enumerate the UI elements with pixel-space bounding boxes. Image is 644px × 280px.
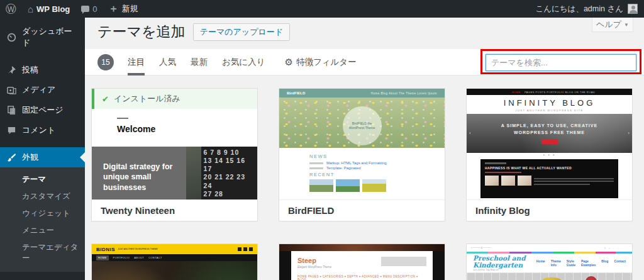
upload-theme-button[interactable]: テーマのアップロード [193,23,290,41]
wordpress-logo[interactable]: Ⓦ [0,0,22,18]
theme-card-birdfield[interactable]: BirdFIELD Home Blog About The Theme Lore… [279,88,445,221]
sidebar-item-label: 外観 [22,152,38,163]
appearance-submenu: テーマ カスタマイズ ウィジェット メニュー テーマエディター [0,167,85,272]
submenu-item-customize[interactable]: カスタマイズ [0,188,85,205]
header-photo [279,244,445,251]
grid-playground-image [467,272,632,280]
pages-icon [6,106,17,115]
office-photo [92,261,257,280]
cartoon-character [541,277,562,280]
theme-screenshot: Steep Elegant WordPress Theme HOME PAGES… [279,244,445,280]
checkmark-icon: ✔ [102,94,109,104]
theme-count-badge: 15 [97,54,114,70]
submenu-item-menus[interactable]: メニュー [0,222,85,239]
cartoon-character [586,276,597,280]
theme-screenshot: BirdFIELD Home Blog About The Theme Lore… [279,89,445,201]
meadow-image: BirdFIELD the WordPress Theme [279,98,445,148]
preview-post-link: Markup: HTML Tags and Formatting [326,161,387,165]
preview-nav: PAGES POSTS PORTFOLIO BLOG ON THE ROAD [525,91,595,94]
sidebar-item-label: 固定ページ [22,104,64,116]
theme-screenshot: ✔ インストール済み Welcome Digital strategy for … [92,89,257,201]
theme-name: Twenty Nineteen [92,199,257,221]
sidebar-item-label: コメント [22,125,55,136]
paintbrush-icon [6,153,17,162]
theme-card-preschool[interactable]: ▪ ───── ✆ ───── f ○ ◦ ◦ ◦ ◦ Preschool an… [466,244,633,280]
filter-link-popular[interactable]: 人気 [159,49,176,76]
thumbnail-image [309,179,333,192]
filter-link-featured[interactable]: 注目 [128,49,145,76]
help-dropdown[interactable]: ヘルプ ▼ [592,18,633,32]
submenu-item-theme-editor[interactable]: テーマエディター [0,239,85,267]
thumbnail-image [501,176,515,186]
comments-count: 0 [92,4,97,14]
installed-label: インストール済み [114,93,180,104]
new-content-link[interactable]: ＋ 新規 [103,0,144,18]
sidebar-item-pages[interactable]: 固定ページ [0,100,85,120]
sidebar-item-label: メディア [22,84,55,96]
preview-nav-item: CONTACT [148,256,162,259]
feature-filter-toggle[interactable]: ⚙ 特徴フィルター [284,57,356,68]
sidebar-item-appearance[interactable]: 外観 [0,147,85,167]
preview-nav-item: HOME [96,255,109,260]
city-hero-image: ‹ › A SIMPLE, EASY TO USE, CREATIVE WORD… [467,114,632,153]
theme-screenshot: ▪ ───── ✆ ───── f ○ ◦ ◦ ◦ ◦ Preschool an… [467,244,632,280]
preview-nav: HOME PAGES ▾ CATEGORIES ▾ DEPTH ▾ ADVANC… [297,275,426,280]
preview-circle-text: BirdFIELD the WordPress Theme [343,106,382,145]
user-avatar[interactable] [628,4,638,14]
gear-icon: ⚙ [284,57,292,68]
sidebar-item-comments[interactable]: コメント [0,120,85,140]
preview-contact-info: ▪ ───── ✆ ───── [471,247,491,249]
theme-filter-bar: 15 注目 人気 最新 お気に入り ⚙ 特徴フィルター [85,49,644,76]
preview-nav-item: PORTFOLIO [113,256,130,259]
preview-nav-item: Theme Info [551,259,561,267]
recent-heading: RECENT [309,172,445,177]
filter-link-latest[interactable]: 最新 [191,49,208,76]
theme-card-steep[interactable]: Steep Elegant WordPress Theme HOME PAGES… [279,244,445,280]
thumbnail-image [362,179,386,192]
sidebar-item-dashboard[interactable]: ダッシュボード [0,21,85,53]
theme-search-input[interactable] [486,54,636,71]
submenu-item-widgets[interactable]: ウィジェット [0,205,85,222]
preview-post-link: Template: Paginated [326,166,361,170]
plus-icon: ＋ [109,3,119,16]
home-icon: ⌂ [28,4,33,14]
preview-post-title: HAPPINESS IS WHAT WE ALL ACTUALLY WANTED [485,166,614,170]
preview-headline: Digital strategy for unique small busine… [92,147,186,201]
social-icon [249,247,253,251]
plant-image [186,147,201,201]
wordpress-logo-icon: Ⓦ [6,4,16,14]
preview-brand: BIDNIS [96,247,115,252]
theme-card-infinity-blog[interactable]: HOME PAGES POSTS PORTFOLIO BLOG ON THE R… [466,88,633,221]
hero-line-2: WORDPRESS FREE THEME [467,130,632,137]
filter-link-favorites[interactable]: お気に入り [222,49,265,76]
page-title: テーマを追加 [97,23,186,41]
theme-screenshot: BIDNIS JUST ANOTHER WORDPRESS THEME HOME… [92,244,257,280]
preview-search-box [381,257,426,266]
hero-button [541,139,558,144]
site-name-link[interactable]: ⌂ WP Blog [22,0,75,18]
sidebar-item-label: ダッシュボード [22,26,80,48]
preview-site-subtitle: JUST ANOTHER WORDPRESS SITE [467,109,632,112]
theme-card-bidnis[interactable]: BIDNIS JUST ANOTHER WORDPRESS THEME HOME… [91,244,258,280]
theme-name: BirdFIELD [279,199,445,221]
preview-nav-item: Page Examples [581,259,596,267]
social-icons: f ○ ◦ ◦ ◦ ◦ [604,247,628,250]
submenu-item-themes[interactable]: テーマ [0,171,85,188]
theme-name: Infinity Blog [467,199,632,221]
sidebar-item-media[interactable]: メディア [0,80,85,100]
thumbnail-image [518,176,531,186]
meta-placeholder [485,172,521,174]
theme-screenshot: HOME PAGES POSTS PORTFOLIO BLOG ON THE R… [467,89,632,201]
new-content-label: 新規 [122,3,138,14]
sidebar-item-posts[interactable]: 投稿 [0,60,85,80]
theme-grid: ✔ インストール済み Welcome Digital strategy for … [91,88,633,280]
theme-card-twenty-nineteen[interactable]: ✔ インストール済み Welcome Digital strategy for … [91,88,258,221]
meta-placeholder [309,162,323,164]
preview-nav-home: HOME [512,91,521,94]
site-name-label: WP Blog [36,4,70,14]
user-greeting[interactable]: こんにちは、admin さん [535,4,623,14]
comments-link[interactable]: 0 [75,0,103,18]
social-icon [238,247,242,251]
preview-nav-item: Contact [614,259,626,267]
preview-nav-item: ABOUT [134,256,144,259]
